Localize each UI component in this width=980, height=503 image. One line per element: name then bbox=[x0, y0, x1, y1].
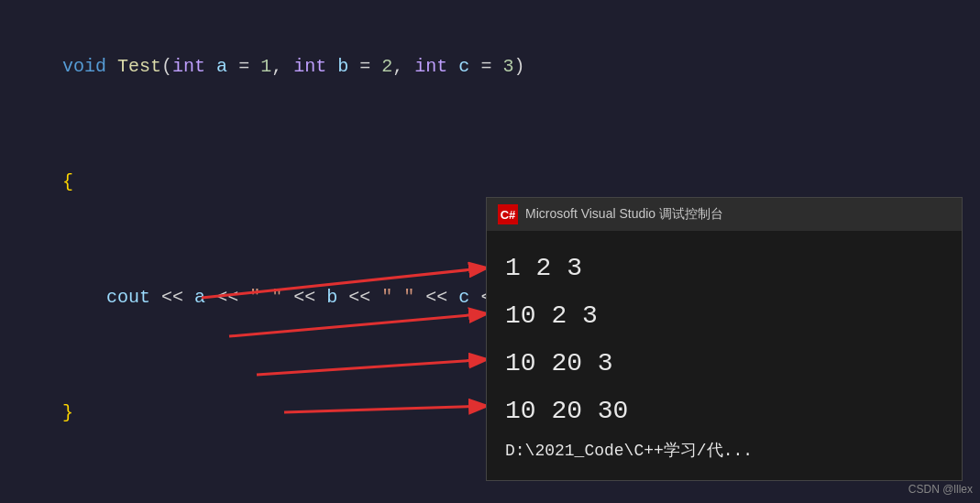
code-editor: void Test(int a = 1, int b = 2, int c = … bbox=[0, 0, 980, 503]
watermark: CSDN @lllex bbox=[908, 483, 973, 496]
code-line-1: void Test(int a = 1, int b = 2, int c = … bbox=[18, 9, 962, 125]
vs-icon: C# bbox=[498, 204, 518, 224]
keyword-int-2: int bbox=[293, 56, 326, 77]
console-output-3: 10 20 3 bbox=[505, 340, 943, 388]
console-output-4: 10 20 30 bbox=[505, 388, 943, 435]
console-output-1: 1 2 3 bbox=[505, 245, 943, 292]
console-output-2: 10 2 3 bbox=[505, 292, 943, 340]
keyword-int-1: int bbox=[172, 56, 205, 77]
keyword-void: void bbox=[62, 56, 106, 77]
function-name: Test bbox=[117, 56, 161, 77]
console-titlebar: C# Microsoft Visual Studio 调试控制台 bbox=[487, 198, 962, 231]
keyword-int-3: int bbox=[414, 56, 447, 77]
console-path: D:\2021_Code\C++学习/代... bbox=[505, 439, 943, 461]
console-popup: C# Microsoft Visual Studio 调试控制台 1 2 3 1… bbox=[486, 197, 963, 481]
console-body: 1 2 3 10 2 3 10 20 3 10 20 30 D:\2021_Co… bbox=[487, 231, 962, 475]
console-title: Microsoft Visual Studio 调试控制台 bbox=[525, 206, 723, 223]
